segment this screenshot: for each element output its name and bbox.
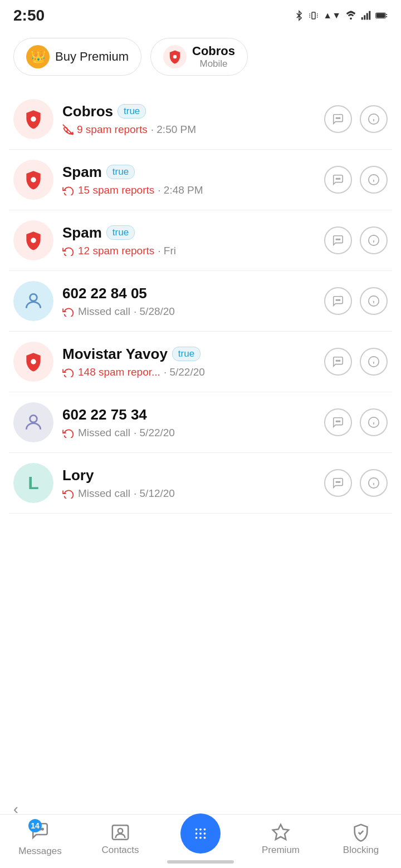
missed-call-icon (62, 246, 75, 256)
call-time: · 5/22/20 (134, 427, 175, 439)
call-time: · 5/28/20 (134, 305, 175, 318)
nav-item-contacts[interactable]: Contacts (92, 823, 148, 856)
nav-item-dialpad[interactable] (173, 825, 228, 854)
caller-name: 602 22 84 05 (62, 285, 147, 302)
signal-icon (361, 11, 371, 21)
svg-point-89 (204, 837, 206, 839)
caller-name: Cobros (62, 103, 113, 120)
status-bar: 2:50 ▲▼ (0, 0, 401, 29)
call-detail-text: Missed call (78, 427, 130, 439)
status-icons: ▲▼ (294, 9, 388, 22)
status-time: 2:50 (13, 7, 45, 24)
message-button[interactable] (324, 348, 352, 376)
dialpad-fab[interactable] (180, 813, 221, 854)
svg-point-34 (339, 178, 340, 179)
svg-rect-0 (312, 12, 315, 19)
call-time: · Fri (158, 245, 176, 257)
svg-rect-79 (113, 825, 128, 840)
svg-point-41 (336, 239, 337, 240)
call-actions (324, 105, 388, 133)
call-item: Cobros true 9 spam reports · 2:50 PM (9, 89, 392, 150)
svg-point-57 (336, 360, 337, 361)
spam-count: 148 spam repor... (78, 366, 160, 378)
nav-item-premium[interactable]: Premium (253, 823, 309, 856)
call-time: · 5/22/20 (164, 366, 205, 378)
info-button[interactable] (360, 287, 388, 315)
call-item: 602 22 84 05 Missed call · 5/28/20 (9, 271, 392, 332)
avatar (13, 160, 53, 200)
spam-count: 15 spam reports (78, 184, 154, 196)
premium-icon: 👑 (26, 45, 50, 68)
info-button[interactable] (360, 166, 388, 194)
message-button[interactable] (324, 408, 352, 436)
cobros-button[interactable]: Cobros Mobile (150, 38, 248, 76)
message-button[interactable] (324, 105, 352, 133)
info-button[interactable] (360, 348, 388, 376)
message-button[interactable] (324, 166, 352, 194)
avatar (13, 402, 53, 442)
call-info: Cobros true 9 spam reports · 2:50 PM (62, 103, 315, 136)
svg-point-25 (339, 117, 340, 119)
call-actions (324, 287, 388, 315)
svg-rect-10 (366, 13, 368, 20)
bluetooth-icon (294, 9, 304, 22)
call-time: · 2:48 PM (158, 184, 203, 196)
data-arrows-icon: ▲▼ (323, 11, 341, 21)
call-actions (324, 166, 388, 194)
avatar (13, 220, 53, 260)
avatar (13, 99, 53, 139)
svg-point-65 (338, 421, 339, 422)
avatar (13, 342, 53, 382)
svg-point-64 (336, 421, 337, 422)
info-button[interactable] (360, 105, 388, 133)
svg-point-72 (339, 481, 340, 482)
svg-point-42 (338, 239, 339, 240)
top-actions: 👑 Buy Premium Cobros Mobile (0, 29, 401, 89)
svg-rect-8 (361, 17, 363, 20)
svg-rect-11 (369, 11, 370, 20)
nav-item-blocking[interactable]: Blocking (333, 823, 389, 856)
call-list: Cobros true 9 spam reports · 2:50 PM (0, 89, 401, 514)
cobros-sub: Mobile (192, 58, 235, 70)
nav-item-messages[interactable]: 14 Messages (12, 821, 68, 857)
call-item: L Lory Missed call · 5/12/20 (9, 453, 392, 514)
svg-point-59 (339, 360, 340, 361)
cobros-label: Cobros (192, 44, 235, 58)
info-button[interactable] (360, 408, 388, 436)
buy-premium-button[interactable]: 👑 Buy Premium (13, 38, 141, 76)
premium-nav-icon (271, 823, 290, 842)
message-button[interactable] (324, 287, 352, 315)
person-icon (23, 412, 44, 433)
svg-point-58 (338, 360, 339, 361)
info-button[interactable] (360, 226, 388, 254)
svg-point-88 (199, 837, 202, 839)
missed-call-icon (62, 185, 75, 195)
wifi-icon (345, 11, 356, 21)
info-button[interactable] (360, 469, 388, 497)
svg-point-24 (338, 117, 339, 119)
svg-point-80 (118, 828, 123, 833)
svg-point-82 (199, 828, 202, 831)
message-button[interactable] (324, 226, 352, 254)
gesture-bar (167, 860, 234, 864)
caller-name: Lory (62, 467, 94, 484)
svg-point-78 (42, 828, 43, 830)
truecaller-badge: true (172, 347, 200, 361)
truecaller-badge: true (118, 104, 146, 119)
truecaller-badge: true (106, 165, 135, 179)
call-detail-text: Missed call (78, 305, 130, 318)
message-button[interactable] (324, 469, 352, 497)
call-info: Spam true 15 spam reports · 2:48 PM (62, 164, 315, 196)
call-info: 602 22 84 05 Missed call · 5/28/20 (62, 285, 315, 318)
call-item: Spam true 12 spam reports · Fri (9, 210, 392, 271)
nav-label-messages: Messages (18, 846, 61, 857)
call-item: 602 22 75 34 Missed call · 5/22/20 (9, 392, 392, 453)
svg-point-33 (338, 178, 339, 179)
svg-point-48 (336, 299, 337, 300)
call-info: Spam true 12 spam reports · Fri (62, 224, 315, 257)
svg-point-86 (204, 832, 206, 835)
call-detail-text: Missed call (78, 487, 130, 500)
call-actions (324, 348, 388, 376)
svg-point-23 (336, 117, 337, 119)
call-time: · 2:50 PM (151, 124, 196, 136)
